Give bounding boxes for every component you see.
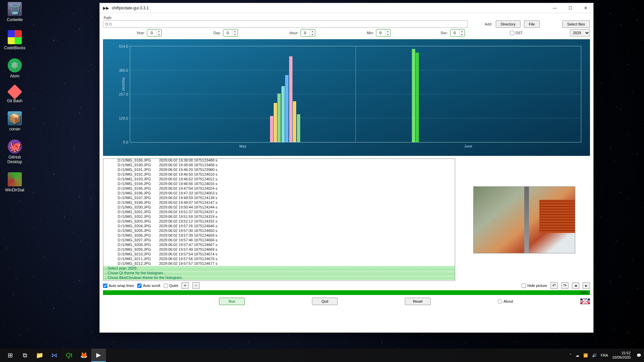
gitbash-icon[interactable]: Git Bash (2, 86, 28, 103)
app-icon: ▶▶ (103, 6, 109, 10)
log-entry: D:/1/IMG_9204.JPG 2029:06:02 19:57:26 18… (105, 224, 453, 228)
font-increase-button[interactable]: + (181, 282, 189, 289)
year-dropdown[interactable]: 2029 (570, 29, 590, 37)
sec-spinner[interactable]: ▲▼ (450, 29, 465, 37)
chart-ylabel: pics/day (121, 77, 125, 90)
reset-button[interactable]: Reset (405, 298, 431, 305)
log-entry: D:/1/IMG_9194.JPG 2029:06:02 19:46:56 18… (105, 181, 453, 186)
progress-bar: 100% (103, 290, 590, 295)
image-preview[interactable] (473, 186, 575, 253)
log-entry: D:/1/IMG_9209.JPG 2029:06:02 19:57:49 18… (105, 247, 453, 252)
log-entry: D:/1/IMG_9192.JPG 2029:06:02 19:46:50 18… (105, 172, 453, 177)
recycle-bin-icon[interactable]: 🗑️Corbeille (2, 2, 28, 22)
tray-language[interactable]: FRA (601, 353, 608, 357)
log-entry: D:/1/IMG_9193.JPG 2029:06:02 19:46:52 18… (105, 177, 453, 181)
image-preview-pane (459, 159, 590, 281)
start-button[interactable]: ⊞ (3, 349, 17, 362)
day-label: Day: (213, 31, 221, 35)
chart-bar (289, 56, 292, 142)
taskbar-clock[interactable]: 15:5218/09/2020 (612, 351, 633, 360)
language-flag-icon[interactable] (580, 298, 590, 304)
autowrap-checkbox[interactable]: Auto wrap lines (103, 284, 134, 288)
app-taskbar-icon[interactable]: ▶ (91, 349, 106, 362)
add-label: Add: (485, 22, 492, 26)
tray-volume-icon[interactable]: 🔊 (592, 353, 597, 358)
chart-bar (274, 103, 277, 142)
windirstat-icon[interactable]: WinDirStat (2, 172, 28, 192)
rotate-left-button[interactable]: ↶ (550, 282, 558, 289)
maximize-button[interactable]: ☐ (562, 3, 578, 13)
tray-wifi-icon[interactable]: 📶 (583, 353, 588, 358)
close-button[interactable]: ✕ (578, 3, 593, 13)
qt-taskbar-icon[interactable]: Qt (62, 349, 76, 362)
about-radio[interactable]: About (498, 299, 513, 304)
taskbar: ⊞ ⧉ 📁 ⋈ Qt 🦊 ▶ ˄ ☁ 📶 🔊 FRA 15:5218/09/20… (0, 349, 644, 362)
notifications-icon[interactable]: 💬 (637, 353, 641, 358)
font-decrease-button[interactable]: − (192, 282, 200, 289)
log-entry: D:/1/IMG_9198.JPG 2029:06:02 19:49:07 18… (105, 200, 453, 205)
chart-bar (297, 114, 300, 142)
quiet-checkbox[interactable]: Quiet (164, 284, 178, 288)
chart-bar (412, 49, 415, 142)
quit-button[interactable]: Quit (312, 298, 338, 305)
autoscroll-checkbox[interactable]: Auto scroll (137, 284, 160, 288)
explorer-taskbar-icon[interactable]: 📁 (32, 349, 47, 362)
chart-bar (281, 86, 285, 142)
dst-checkbox[interactable]: DST (510, 31, 523, 35)
vscode-taskbar-icon[interactable]: ⋈ (47, 349, 62, 362)
log-entry: D:/1/IMG_9212.JPG 2029:06:02 19:57:57 18… (105, 261, 453, 266)
log-status: - Chose BlueCerulean theme for the histo… (103, 275, 455, 280)
chart-bar (270, 116, 273, 142)
log-entry: D:/1/IMG_9211.JPG 2029:06:02 19:57:56 18… (105, 256, 453, 261)
run-button[interactable]: Run (219, 298, 245, 305)
log-entry: D:/1/IMG_9191.JPG 2029:06:02 19:46:20 18… (105, 167, 453, 172)
log-entry: D:/1/IMG_9201.JPG 2029:06:02 19:51:37 18… (105, 209, 453, 214)
log-status: - Select year: 2029. (103, 266, 455, 270)
top-controls: Path: Add: Directory File Select files Y… (100, 13, 593, 37)
firefox-taskbar-icon[interactable]: 🦊 (76, 349, 91, 362)
log-entry: D:/1/IMG_9189.JPG 2029:06:02 19:38:08 18… (105, 159, 453, 163)
directory-button[interactable]: Directory (496, 20, 521, 28)
chart-bar (416, 53, 419, 142)
atom-icon[interactable]: ⚛Atom (2, 58, 28, 78)
month-separator (356, 46, 356, 142)
github-desktop-icon[interactable]: 🐙GitHub Desktop (2, 139, 28, 164)
log-entry: D:/1/IMG_9202.JPG 2029:06:02 19:51:59 18… (105, 214, 453, 219)
hour-spinner[interactable]: ▲▼ (301, 29, 315, 37)
next-image-button[interactable]: ▸ (583, 282, 590, 289)
day-spinner[interactable]: ▲▼ (223, 29, 238, 37)
log-entry: D:/1/IMG_9197.JPG 2029:06:02 19:48:59 18… (105, 195, 453, 200)
year-spinner[interactable]: ▲▼ (147, 29, 162, 37)
log-entry: D:/1/IMG_9208.JPG 2029:06:02 19:57:47 18… (105, 242, 453, 247)
chart-bar (285, 75, 288, 142)
log-entry: D:/1/IMG_9210.JPG 2029:06:02 19:57:54 18… (105, 252, 453, 256)
log-entry: D:/1/IMG_9200.JPG 2029:06:02 19:50:44 18… (105, 205, 453, 209)
titlebar[interactable]: ▶▶ shiftpicdate-gui 0.3.1 ― ☐ ✕ (100, 3, 593, 13)
prev-image-button[interactable]: ◂ (572, 282, 579, 289)
select-files-button[interactable]: Select files (562, 20, 590, 28)
task-view-button[interactable]: ⧉ (17, 349, 32, 362)
system-tray: ˄ ☁ 📶 🔊 FRA 15:5218/09/2020 💬 (570, 351, 641, 360)
minimize-button[interactable]: ― (547, 3, 562, 13)
log-entry: D:/1/IMG_9195.JPG 2029:06:02 19:47:04 18… (105, 186, 453, 191)
app-title: shiftpicdate-gui 0.3.1 (112, 6, 149, 10)
min-spinner[interactable]: ▲▼ (376, 29, 391, 37)
min-label: Min: (367, 31, 374, 35)
tray-chevron-icon[interactable]: ˄ (570, 353, 572, 358)
desktop-icons: 🗑️Corbeille CodeBlocks ⚛Atom Git Bash 📦c… (2, 2, 36, 200)
rotate-right-button[interactable]: ↷ (561, 282, 569, 289)
log-entry: D:/1/IMG_9206.JPG 2029:06:02 19:57:39 18… (105, 233, 453, 238)
tray-cloud-icon[interactable]: ☁ (576, 353, 579, 358)
file-button[interactable]: File (524, 20, 540, 28)
hide-picture-checkbox[interactable]: Hide picture (522, 284, 547, 288)
hour-label: Hour: (289, 31, 299, 35)
codeblocks-icon[interactable]: CodeBlocks (2, 30, 28, 50)
histogram-chart[interactable]: pics/day 0.0 128.5 257.0 385.5 514.0 May… (103, 39, 590, 156)
log-entry: D:/1/IMG_9196.JPG 2029:06:02 19:47:33 18… (105, 191, 453, 195)
path-input[interactable] (103, 20, 468, 28)
log-output[interactable]: D:/1/IMG_9188.JPG 2029:06:02 19:38:08 18… (103, 159, 455, 281)
log-entry: D:/1/IMG_9205.JPG 2029:06:02 19:57:30 18… (105, 228, 453, 233)
chart-bar (277, 94, 281, 142)
app-window: ▶▶ shiftpicdate-gui 0.3.1 ― ☐ ✕ Path: Ad… (99, 3, 594, 333)
conan-icon[interactable]: 📦conan (2, 111, 28, 131)
